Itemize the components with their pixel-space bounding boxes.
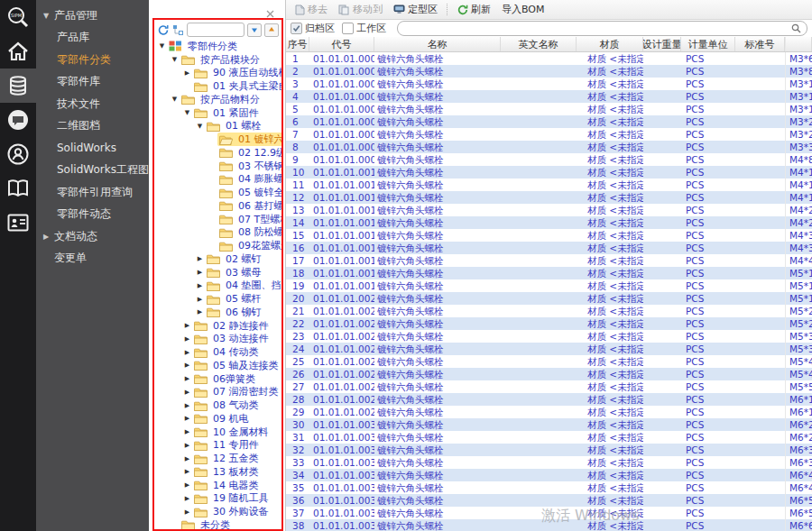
- tree-item[interactable]: 02 12.9级六角头螺栓: [154, 146, 281, 160]
- home-icon[interactable]: [0, 34, 36, 69]
- tree-expander-icon[interactable]: ▼: [170, 56, 180, 63]
- table-row[interactable]: 801.01.01.0008镀锌六角头螺栓材质 <未指定>PCSM3*30: [286, 141, 812, 153]
- toolbar-button[interactable]: 导入BOM: [496, 0, 550, 19]
- nav-item[interactable]: 变更单: [36, 248, 149, 270]
- tree-item[interactable]: ▶12 五金类: [154, 452, 281, 465]
- tree-item[interactable]: ▶03 动连接件: [154, 333, 281, 346]
- column-header[interactable]: 英文名称: [501, 37, 577, 51]
- table-row[interactable]: 1801.01.01.0018镀锌六角头螺栓材质 <未指定>PCSM5*10: [286, 267, 812, 279]
- archive-checkbox[interactable]: [291, 23, 302, 34]
- nav-item[interactable]: 二维图档: [36, 115, 149, 138]
- column-header[interactable]: [785, 37, 812, 51]
- tree-item[interactable]: ▼01 紧固件: [154, 106, 281, 120]
- column-header[interactable]: 序号: [286, 37, 309, 51]
- tree-expander-icon[interactable]: ▶: [182, 69, 192, 77]
- table-row[interactable]: 901.01.01.0009镀锌六角头螺栓材质 <未指定>PCSM4*8: [286, 153, 812, 166]
- table-row[interactable]: 1301.01.01.0013镀锌六角头螺栓材质 <未指定>PCSM4*20: [286, 204, 812, 216]
- tree-expander-icon[interactable]: ▶: [182, 468, 192, 475]
- tree-item[interactable]: ▶02 静连接件: [154, 319, 281, 333]
- table-row[interactable]: 501.01.01.0005镀锌六角头螺栓材质 <未指定>PCSM3*16: [286, 103, 812, 115]
- tree-item[interactable]: ▶06弹簧类: [154, 372, 281, 386]
- tree-item[interactable]: ▶06 铆钉: [154, 306, 281, 319]
- support-icon[interactable]: [0, 137, 36, 171]
- table-row[interactable]: 3101.01.01.0031镀锌六角头螺栓材质 <未指定>PCSM6*25: [286, 431, 812, 444]
- tree-item[interactable]: ▶09 机电: [154, 412, 281, 426]
- chat-icon[interactable]: [0, 103, 36, 137]
- tree-item[interactable]: ▶05 轴及连接类: [154, 359, 281, 372]
- nav-item[interactable]: 技术文件: [36, 93, 149, 115]
- nav-item[interactable]: 零部件动态: [36, 204, 149, 226]
- book-icon[interactable]: [0, 171, 36, 206]
- tree-item[interactable]: 05 镀锌全牙六角头螺栓: [154, 186, 281, 199]
- sipm-logo-icon[interactable]: SIPM: [0, 0, 36, 34]
- panel-collapse-icon[interactable]: [266, 5, 274, 13]
- table-row[interactable]: 3601.01.01.0036镀锌六角头螺栓材质 <未指定>PCSM6*50: [286, 494, 812, 507]
- table-row[interactable]: 3301.01.01.0033镀锌六角头螺栓材质 <未指定>PCSM6*35: [286, 456, 812, 469]
- nav-item[interactable]: SolidWorks: [36, 137, 149, 160]
- tree-item[interactable]: ▶04 垫圈、挡圈: [154, 279, 281, 293]
- column-header[interactable]: 代号: [309, 37, 374, 51]
- tree-expander-icon[interactable]: ▶: [195, 296, 205, 303]
- table-row[interactable]: 3701.01.01.0037镀锌六角头螺栓材质 <未指定>PCSM6*55: [286, 507, 812, 519]
- table-row[interactable]: 3801.01.01.0038镀锌六角头螺栓材质 <未指定>PCSM6*60: [286, 519, 812, 531]
- nav-item[interactable]: ▼产品管理: [36, 5, 149, 27]
- table-row[interactable]: 3401.01.01.0034镀锌六角头螺栓材质 <未指定>PCSM6*40: [286, 469, 812, 481]
- tree-expander-icon[interactable]: ▶: [182, 402, 192, 409]
- tree-item[interactable]: 01 镀锌六角头螺栓: [154, 133, 281, 146]
- tree-expander-icon[interactable]: ▶: [195, 255, 205, 262]
- table-row[interactable]: 3001.01.01.0030镀锌六角头螺栓材质 <未指定>PCSM6*20: [286, 418, 812, 431]
- nav-item[interactable]: ▶文档动态: [36, 225, 149, 248]
- table-row[interactable]: 701.01.01.0007镀锌六角头螺栓材质 <未指定>PCSM3*25: [286, 128, 812, 141]
- tree-item[interactable]: ▶14 电器类: [154, 479, 281, 492]
- tree-expander-icon[interactable]: ▶: [182, 349, 192, 356]
- tree-item[interactable]: ▶30 外购设备: [154, 505, 281, 518]
- tree-levels-icon[interactable]: [172, 24, 184, 35]
- tree-item[interactable]: ▼01 螺栓: [154, 120, 281, 133]
- table-row[interactable]: 2801.01.01.0028镀锌六角头螺栓材质 <未指定>PCSM6*12: [286, 393, 812, 406]
- table-row[interactable]: 2101.01.01.0021镀锌六角头螺栓材质 <未指定>PCSM5*20: [286, 305, 812, 317]
- tree-item[interactable]: ▶10 金属材料: [154, 426, 281, 439]
- tree-item[interactable]: 未分类: [154, 518, 281, 529]
- table-row[interactable]: 3501.01.01.0035镀锌六角头螺栓材质 <未指定>PCSM6*45: [286, 481, 812, 494]
- table-row[interactable]: 401.01.01.0004镀锌六角头螺栓材质 <未指定>PCSM3*12: [286, 90, 812, 103]
- tree-expander-icon[interactable]: ▶: [182, 455, 192, 462]
- tree-item[interactable]: ▶19 随机工具: [154, 492, 281, 506]
- column-header[interactable]: 标准号: [735, 37, 785, 51]
- search-up-button[interactable]: [264, 23, 279, 37]
- id-card-icon[interactable]: [0, 206, 36, 240]
- table-row[interactable]: 1401.01.01.0014镀锌六角头螺栓材质 <未指定>PCSM4*25: [286, 216, 812, 229]
- database-icon[interactable]: [0, 69, 36, 103]
- tree-item[interactable]: ▼按产品模块分: [154, 53, 281, 67]
- tree-expander-icon[interactable]: ▶: [182, 389, 192, 396]
- tree-expander-icon[interactable]: ▶: [182, 481, 192, 489]
- tree-expander-icon[interactable]: ▶: [182, 495, 192, 502]
- table-row[interactable]: 2401.01.01.0024镀锌六角头螺栓材质 <未指定>PCSM5*35: [286, 343, 812, 355]
- tree-item[interactable]: ▶90 液压自动线模块: [154, 67, 281, 80]
- tree-item[interactable]: ▶11 专用件: [154, 439, 281, 453]
- tree-expander-icon[interactable]: ▶: [182, 415, 192, 422]
- tree-item[interactable]: 01 夹具式主梁自动线模块: [154, 79, 281, 93]
- tree-expander-icon[interactable]: ▼: [195, 123, 205, 130]
- tree-expander-icon[interactable]: ▶: [182, 442, 192, 449]
- table-row[interactable]: 2601.01.01.0026镀锌六角头螺栓材质 <未指定>PCSM5*45: [286, 368, 812, 380]
- tree-item[interactable]: ▶08 气动类: [154, 398, 281, 412]
- search-icon[interactable]: [791, 23, 801, 33]
- column-header[interactable]: 计量单位: [681, 37, 735, 51]
- tree-expander-icon[interactable]: ▶: [182, 508, 192, 516]
- tree-item[interactable]: 06 基打螺丝: [154, 199, 281, 213]
- tree-item[interactable]: ▼零部件分类: [154, 40, 281, 53]
- tree-expander-icon[interactable]: ▶: [195, 282, 205, 289]
- nav-item[interactable]: 零部件库: [36, 71, 149, 94]
- table-row[interactable]: 1501.01.01.0015镀锌六角头螺栓材质 <未指定>PCSM4*30: [286, 229, 812, 242]
- table-row[interactable]: 1601.01.01.0016镀锌六角头螺栓材质 <未指定>PCSM4*35: [286, 242, 812, 254]
- tree-expander-icon[interactable]: ▶: [195, 308, 205, 316]
- tree-item[interactable]: ▶03 螺母: [154, 266, 281, 279]
- toolbar-button[interactable]: 移动到: [333, 0, 388, 19]
- table-row[interactable]: 2701.01.01.0027镀锌六角头螺栓材质 <未指定>PCSM5*50: [286, 380, 812, 393]
- tree-item[interactable]: 09花篮螺丝: [154, 239, 281, 252]
- tree-item[interactable]: 04 膨胀螺栓: [154, 173, 281, 187]
- tree-item[interactable]: ▶04 传动类: [154, 345, 281, 359]
- nav-item[interactable]: 零部件引用查询: [36, 181, 149, 204]
- column-header[interactable]: 材质: [577, 37, 643, 51]
- table-row[interactable]: 2201.01.01.0022镀锌六角头螺栓材质 <未指定>PCSM5*25: [286, 317, 812, 330]
